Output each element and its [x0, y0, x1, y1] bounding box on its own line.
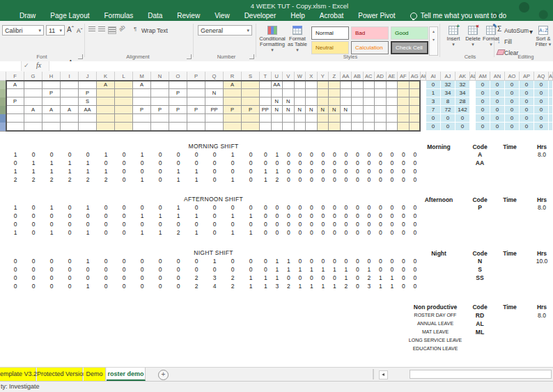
roster-cell[interactable] [79, 81, 97, 89]
column-header-M[interactable]: M [133, 72, 151, 81]
style-chip-good[interactable]: Good [391, 26, 428, 40]
shift-count-cell[interactable]: 0 [224, 265, 242, 274]
roster-cell[interactable] [97, 114, 115, 123]
shift-count-cell[interactable]: 1 [151, 228, 169, 237]
shift-count-cell[interactable]: 0 [329, 167, 341, 175]
column-header-AE[interactable]: AE [387, 72, 398, 81]
shift-count-cell[interactable]: 0 [115, 150, 133, 159]
shift-count-cell[interactable]: 0 [352, 212, 364, 220]
summary-cell[interactable]: 0 [534, 106, 549, 114]
column-header-F[interactable]: F [6, 72, 24, 81]
shift-count-cell[interactable]: 1 [187, 167, 205, 175]
summary-cell[interactable]: 0 [505, 123, 520, 131]
roster-cell[interactable] [295, 89, 306, 97]
shift-count-cell[interactable]: 0 [242, 175, 260, 184]
column-header-R[interactable]: R [224, 72, 242, 81]
roster-cell[interactable] [329, 123, 341, 131]
summary-cell[interactable]: 72 [441, 106, 455, 114]
shift-count-cell[interactable]: 0 [306, 274, 318, 282]
shift-count-cell[interactable]: 0 [295, 228, 306, 237]
shift-count-cell[interactable]: 0 [272, 203, 283, 212]
shift-count-cell[interactable]: 0 [329, 212, 341, 220]
shift-count-cell[interactable]: 0 [387, 203, 398, 212]
shift-count-cell[interactable]: 1 [42, 167, 61, 175]
shift-count-cell[interactable]: 0 [398, 265, 410, 274]
column-header-AF[interactable]: AF [398, 72, 410, 81]
shift-count-cell[interactable]: 1 [272, 257, 283, 265]
ribbon-tab-help[interactable]: Help [290, 12, 305, 19]
shift-count-cell[interactable]: 0 [6, 159, 24, 167]
roster-cell[interactable] [283, 89, 295, 97]
increase-font-icon[interactable]: Aˆ [67, 25, 74, 35]
shift-count-cell[interactable]: 0 [410, 203, 421, 212]
shift-count-cell[interactable]: 0 [169, 220, 187, 228]
shift-count-cell[interactable]: 1 [151, 212, 169, 220]
shift-count-cell[interactable]: 0 [329, 203, 341, 212]
roster-cell[interactable] [61, 114, 79, 123]
roster-cell[interactable] [398, 81, 410, 89]
shift-count-cell[interactable]: 1 [341, 265, 352, 274]
shift-count-cell[interactable]: 0 [398, 159, 410, 167]
shift-count-cell[interactable]: 0 [295, 175, 306, 184]
column-header-H[interactable]: H [42, 72, 61, 81]
shift-count-cell[interactable]: 2 [61, 175, 79, 184]
shift-count-cell[interactable]: 0 [318, 212, 329, 220]
shift-count-cell[interactable]: 1 [187, 175, 205, 184]
shift-count-cell[interactable]: 2 [224, 282, 242, 290]
new-sheet-button[interactable]: + [158, 370, 169, 380]
summary-cell[interactable]: 0 [505, 106, 520, 114]
roster-cell[interactable]: N [283, 97, 295, 106]
shift-count-cell[interactable]: 0 [61, 282, 79, 290]
shift-count-cell[interactable]: 0 [133, 274, 151, 282]
summary-cell[interactable]: 7 [426, 106, 441, 114]
roster-cell[interactable] [295, 97, 306, 106]
roster-cell[interactable] [375, 106, 387, 114]
roster-cell[interactable] [341, 123, 352, 131]
shift-count-cell[interactable]: 1 [6, 167, 24, 175]
shift-count-cell[interactable]: 4 [205, 282, 224, 290]
shift-count-cell[interactable]: 0 [6, 274, 24, 282]
shift-count-cell[interactable]: 0 [6, 265, 24, 274]
cells-delete-button[interactable]: ×Delete▾ [464, 26, 482, 47]
shift-count-cell[interactable]: 1 [224, 150, 242, 159]
tell-me-box[interactable]: Tell me what you want to do [410, 12, 506, 19]
roster-cell[interactable] [24, 81, 42, 89]
roster-cell[interactable] [352, 114, 364, 123]
column-header-AI[interactable]: AI [426, 72, 441, 81]
summary-cell[interactable]: 0 [455, 114, 470, 123]
shift-count-cell[interactable]: 0 [97, 220, 115, 228]
roster-cell[interactable] [61, 89, 79, 97]
roster-cell[interactable] [205, 123, 224, 131]
roster-cell[interactable] [329, 97, 341, 106]
shift-count-cell[interactable]: 0 [387, 265, 398, 274]
shift-count-cell[interactable]: 0 [398, 220, 410, 228]
shift-count-cell[interactable]: 0 [224, 167, 242, 175]
shift-count-cell[interactable]: 1 [283, 257, 295, 265]
shift-count-cell[interactable]: 0 [61, 257, 79, 265]
column-header-AC[interactable]: AC [364, 72, 375, 81]
roster-cell[interactable] [398, 89, 410, 97]
shift-count-cell[interactable]: 0 [352, 257, 364, 265]
shift-count-cell[interactable]: 0 [410, 274, 421, 282]
roster-cell[interactable]: N [272, 106, 283, 114]
roster-cell[interactable] [151, 89, 169, 97]
shift-count-cell[interactable]: 1 [79, 228, 97, 237]
shift-count-cell[interactable]: 0 [341, 159, 352, 167]
roster-cell[interactable] [306, 89, 318, 97]
shift-count-cell[interactable]: 0 [329, 274, 341, 282]
roster-cell[interactable] [260, 123, 272, 131]
roster-cell[interactable] [364, 123, 375, 131]
shift-count-cell[interactable]: 1 [133, 228, 151, 237]
shift-count-cell[interactable]: 0 [283, 167, 295, 175]
roster-cell[interactable] [410, 114, 421, 123]
shift-count-cell[interactable]: 1 [224, 175, 242, 184]
summary-cell[interactable]: 34 [455, 89, 470, 97]
shift-count-cell[interactable]: 0 [133, 257, 151, 265]
shift-count-cell[interactable]: 1 [133, 175, 151, 184]
shift-count-cell[interactable]: 0 [97, 159, 115, 167]
shift-count-cell[interactable]: 0 [169, 265, 187, 274]
shift-count-cell[interactable]: 0 [318, 257, 329, 265]
shift-count-cell[interactable]: 0 [398, 228, 410, 237]
column-header-Q[interactable]: Q [205, 72, 224, 81]
shift-count-cell[interactable]: 0 [187, 159, 205, 167]
